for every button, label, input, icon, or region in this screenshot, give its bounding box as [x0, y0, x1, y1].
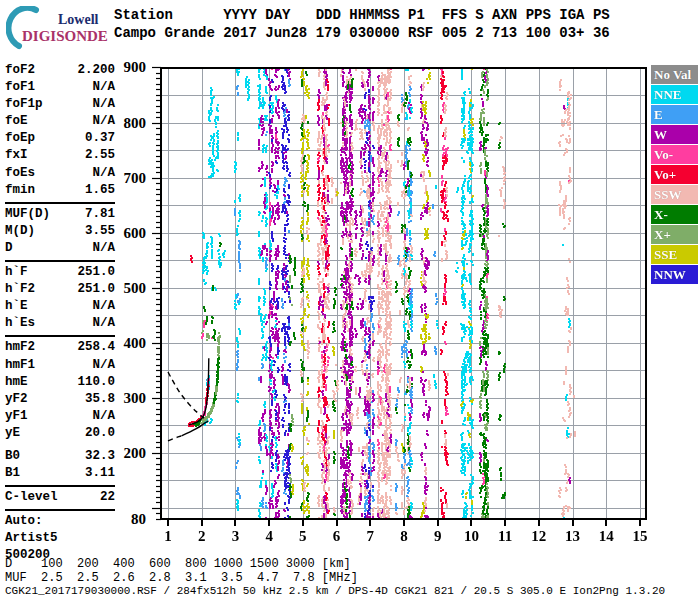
- parameter-row: fxI2.55: [5, 147, 115, 164]
- x-axis-label: 1: [153, 528, 183, 545]
- legend-item-x: X+: [651, 225, 698, 244]
- legend-item-nne: NNE: [651, 85, 698, 104]
- parameter-row: B032.3: [5, 448, 115, 465]
- x-axis-label: 4: [254, 528, 284, 545]
- parameter-value: 110.0: [77, 374, 115, 391]
- parameter-row: foF1pN/A: [5, 96, 115, 113]
- parameter-label: B0: [5, 448, 20, 465]
- parameter-label: M(D): [5, 223, 35, 240]
- parameter-label: Artist5: [5, 530, 58, 547]
- parameter-label: foEs: [5, 165, 35, 182]
- parameter-row: hmF1N/A: [5, 357, 115, 374]
- parameter-row: fmin1.65: [5, 182, 115, 199]
- x-axis-label: 14: [591, 528, 621, 545]
- parameter-row: foEsN/A: [5, 165, 115, 182]
- parameter-label: Auto:: [5, 513, 43, 530]
- parameter-row: B13.11: [5, 465, 115, 482]
- y-axis-label: 800: [116, 115, 146, 132]
- header-values-line: Campo Grande 2017 Jun28 179 030000 RSF 0…: [114, 25, 610, 41]
- y-axis-label: 400: [116, 335, 146, 352]
- x-axis-label: 2: [187, 528, 217, 545]
- parameter-label: B1: [5, 465, 20, 482]
- parameter-value: N/A: [92, 298, 115, 315]
- parameter-value: N/A: [92, 113, 115, 130]
- parameter-label: D: [5, 240, 13, 257]
- y-axis-label: 200: [116, 445, 146, 462]
- parameter-value: 2.55: [85, 147, 115, 164]
- parameter-value: N/A: [92, 79, 115, 96]
- parameter-label: h`E: [5, 298, 28, 315]
- y-axis-label: 300: [116, 390, 146, 407]
- parameter-label: MUF(D): [5, 206, 50, 223]
- parameter-value: 3.11: [85, 465, 115, 482]
- x-axis-label: 6: [322, 528, 352, 545]
- legend-item-ssw: SSW: [651, 185, 698, 204]
- parameter-label: foF1: [5, 79, 35, 96]
- legend-item-vo: Vo-: [651, 145, 698, 164]
- parameter-label: foE: [5, 113, 28, 130]
- parameter-row: C-level22: [5, 489, 115, 506]
- parameter-row: h`F251.0: [5, 264, 115, 281]
- x-axis-label: 13: [558, 528, 588, 545]
- y-axis-label: 700: [116, 170, 146, 187]
- parameter-label: yF1: [5, 408, 28, 425]
- y-axis-label: 500: [116, 280, 146, 297]
- parameter-value: 251.0: [77, 281, 115, 298]
- ionogram-window: Lowell DIGISONDE Station YYYY DAY DDD HH…: [0, 0, 700, 600]
- x-axis-label: 3: [220, 528, 250, 545]
- parameter-label: yE: [5, 425, 20, 442]
- legend-item-vo: Vo+: [651, 165, 698, 184]
- lowell-digisonde-logo: Lowell DIGISONDE: [6, 6, 112, 50]
- parameter-value: 22: [100, 489, 115, 506]
- legend-item-nnw: NNW: [651, 265, 698, 284]
- parameter-row: M(D)3.55: [5, 223, 115, 240]
- parameter-value: 7.81: [85, 206, 115, 223]
- y-axis-label: 80: [116, 511, 146, 528]
- parameter-label: C-level: [5, 489, 58, 506]
- x-axis-label: 8: [389, 528, 419, 545]
- panel-divider: [5, 335, 115, 337]
- parameter-row: DN/A: [5, 240, 115, 257]
- parameter-label: h`Es: [5, 315, 35, 332]
- legend-item-x: X-: [651, 205, 698, 224]
- parameter-row: foF1N/A: [5, 79, 115, 96]
- parameter-value: N/A: [92, 96, 115, 113]
- header-columns-line: Station YYYY DAY DDD HHMMSS P1 FFS S AXN…: [114, 7, 610, 23]
- parameter-row: h`EsN/A: [5, 315, 115, 332]
- parameter-panel: foF22.200foF1N/AfoF1pN/AfoEN/AfoEp0.37fx…: [5, 62, 115, 565]
- parameter-value: 258.4: [77, 339, 115, 356]
- parameter-row: foEN/A: [5, 113, 115, 130]
- parameter-label: hmE: [5, 374, 28, 391]
- parameter-label: h`F2: [5, 281, 35, 298]
- parameter-value: 0.37: [85, 130, 115, 147]
- legend-item-noval: No Val: [651, 65, 698, 84]
- parameter-label: h`F: [5, 264, 28, 281]
- parameter-label: hmF2: [5, 339, 35, 356]
- muf-row: MUF 2.5 2.5 2.6 2.8 3.1 3.5 4.7 7.8 [MHz…: [5, 571, 358, 585]
- muf-distance-table: D 100 200 400 600 800 1000 1500 3000 [km…: [5, 558, 358, 585]
- panel-divider: [5, 202, 115, 204]
- x-axis-label: 10: [456, 528, 486, 545]
- x-axis-label: 15: [625, 528, 655, 545]
- parameter-value: 20.0: [85, 425, 115, 442]
- parameter-label: foF2: [5, 62, 35, 79]
- parameter-value: 3.55: [85, 223, 115, 240]
- legend-item-w: W: [651, 125, 698, 144]
- parameter-row: hmF2258.4: [5, 339, 115, 356]
- parameter-label: foEp: [5, 130, 35, 147]
- parameter-row: foEp0.37: [5, 130, 115, 147]
- x-axis-label: 5: [288, 528, 318, 545]
- parameter-value: 1.65: [85, 182, 115, 199]
- station-header: Station YYYY DAY DDD HHMMSS P1 FFS S AXN…: [114, 6, 610, 42]
- parameter-value: N/A: [92, 315, 115, 332]
- legend-item-sse: SSE: [651, 245, 698, 264]
- parameter-label: fmin: [5, 182, 35, 199]
- echo-direction-legend: No ValNNEEWVo-Vo+SSWX-X+SSENNW: [651, 65, 698, 285]
- parameter-row: yE20.0: [5, 425, 115, 442]
- parameter-row: Artist5: [5, 530, 115, 547]
- x-axis-label: 7: [355, 528, 385, 545]
- x-axis-label: 9: [423, 528, 453, 545]
- parameter-value: 32.3: [85, 448, 115, 465]
- status-line: CGK21_2017179030000.RSF / 284fx512h 50 k…: [5, 585, 665, 597]
- parameter-row: h`EN/A: [5, 298, 115, 315]
